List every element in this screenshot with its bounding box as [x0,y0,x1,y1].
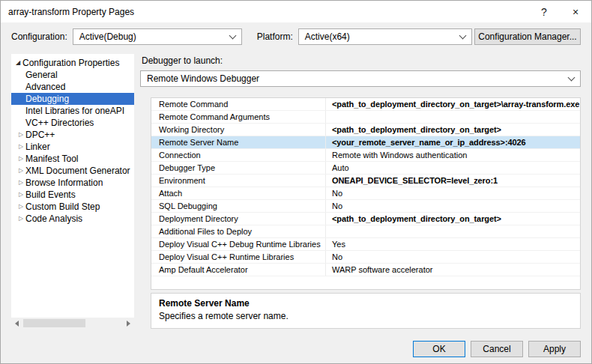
property-value [325,225,580,237]
property-name: Attach [151,187,325,199]
help-button[interactable]: ? [528,1,560,22]
property-value: Auto [325,162,580,174]
platform-label: Platform: [257,31,293,42]
property-row[interactable]: Attach No [151,187,580,200]
property-value: No [325,251,580,263]
tree-item-debugging[interactable]: Debugging [11,93,134,105]
cancel-button[interactable]: Cancel [471,341,523,357]
property-row[interactable]: Debugger Type Auto [151,162,580,175]
scrollbar-thumb[interactable] [23,319,85,327]
description-panel: Remote Server Name Specifies a remote se… [151,293,581,329]
tree-item-general[interactable]: General [11,69,134,81]
property-value: <your_remote_server_name_or_ip_address>:… [325,136,580,148]
expanded-arrow-icon: ◢ [13,57,22,69]
dialog-footer: OK Cancel Apply [1,335,591,363]
property-name: Working Directory [151,124,325,136]
property-row[interactable]: Deployment Directory <path_to_deployment… [151,213,580,225]
tree-item-label: Manifest Tool [25,154,78,164]
property-value: No [325,200,580,212]
description-text: Specifies a remote server name. [159,311,573,321]
tree-item-code-analysis[interactable]: ▷ Code Analysis [11,213,134,225]
tree-item-label: Advanced [25,82,65,92]
property-row[interactable]: Connection Remote with Windows authentic… [151,149,580,162]
tree-item-build-events[interactable]: ▷ Build Events [11,189,134,201]
debugger-select[interactable]: Remote Windows Debugger [140,70,581,87]
tree-item-label: Browse Information [25,178,103,188]
title-bar: array-transform Property Pages ? × [1,1,591,22]
tree-item-browse-information[interactable]: ▷ Browse Information [11,177,134,189]
chevron-down-icon [229,31,236,39]
property-row[interactable]: Amp Default Accelerator WARP software ac… [151,264,580,276]
tree-item-manifest-tool[interactable]: ▷ Manifest Tool [11,153,134,165]
property-pages-dialog: array-transform Property Pages ? × Confi… [0,0,592,364]
tree-item-label: Linker [25,142,50,152]
property-row[interactable]: Remote Command <path_to_deployment_direc… [151,98,580,111]
collapsed-arrow-icon: ▷ [16,165,25,177]
tree-item-label: Configuration Properties [22,58,119,68]
configuration-select[interactable]: Active(Debug) [73,28,242,45]
property-name: Deploy Visual C++ Debug Runtime Librarie… [151,238,325,250]
close-button[interactable]: × [560,1,591,22]
property-value: WARP software accelerator [325,264,580,276]
description-title: Remote Server Name [159,298,573,309]
tree-item-xml-document-generator[interactable]: ▷ XML Document Generator [11,165,134,177]
configuration-label: Configuration: [11,31,67,42]
help-icon: ? [541,6,547,18]
apply-button[interactable]: Apply [528,341,581,357]
tree-horizontal-scrollbar[interactable] [11,318,134,329]
debugger-to-launch-label: Debugger to launch: [142,55,581,66]
platform-select[interactable]: Active(x64) [298,28,472,45]
property-grid: Remote Command <path_to_deployment_direc… [151,97,581,290]
property-row[interactable]: Deploy Visual C++ Debug Runtime Librarie… [151,238,580,251]
property-name: Environment [151,175,325,186]
property-name: Remote Command [151,98,325,110]
tree-item-label: Debugging [25,94,69,104]
property-name: Connection [151,149,325,161]
property-value: No [325,187,580,199]
titlebar-controls: ? × [528,1,591,22]
tree-item-advanced[interactable]: Advanced [11,81,134,93]
ok-button[interactable]: OK [413,341,465,357]
chevron-down-icon [568,73,576,81]
property-row[interactable]: Environment ONEAPI_DEVICE_SELECTOR=level… [151,175,580,187]
window-title: array-transform Property Pages [8,7,134,17]
triangle-left-icon [15,321,19,327]
tree-item-intel-libraries-for-oneapi[interactable]: Intel Libraries for oneAPI [11,105,134,117]
property-row[interactable]: SQL Debugging No [151,200,580,213]
tree-item-label: Code Analysis [25,213,82,224]
configuration-manager-button[interactable]: Configuration Manager... [474,28,581,45]
property-name: Remote Server Name [151,136,325,148]
scroll-right-arrow[interactable] [123,318,134,329]
property-row-selected[interactable]: Remote Server Name <your_remote_server_n… [151,136,580,149]
tree-item-label: Build Events [25,189,76,200]
property-row[interactable]: Working Directory <path_to_deployment_di… [151,124,580,136]
tree-item-label: DPC++ [25,130,55,140]
collapsed-arrow-icon: ▷ [16,153,25,165]
configuration-tree: ◢ Configuration Properties General Advan… [11,54,134,318]
tree-item-label: Intel Libraries for oneAPI [25,106,124,116]
tree-item-linker[interactable]: ▷ Linker [11,141,134,153]
tree-item-custom-build-step[interactable]: ▷ Custom Build Step [11,201,134,213]
tree-item-vcpp-directories[interactable]: VC++ Directories [11,117,134,129]
property-row[interactable]: Deploy Visual C++ Runtime Libraries No [151,251,580,264]
tree-item-configuration-properties[interactable]: ◢ Configuration Properties [11,57,134,69]
tree-item-dpcpp[interactable]: ▷ DPC++ [11,129,134,141]
scrollbar-track[interactable] [22,318,123,329]
platform-value: Active(x64) [305,31,350,42]
property-row[interactable]: Additional Files to Deploy [151,225,580,238]
property-value: <path_to_deployment_directory_on_target> [325,213,580,225]
dialog-body: ◢ Configuration Properties General Advan… [1,51,591,335]
collapsed-arrow-icon: ▷ [16,201,25,213]
main-panel: Debugger to launch: Remote Windows Debug… [140,54,581,329]
tree-item-label: Custom Build Step [25,201,100,212]
property-name: Remote Command Arguments [151,111,325,123]
tree-item-label: General [25,70,58,80]
collapsed-arrow-icon: ▷ [16,213,25,225]
triangle-right-icon [127,321,130,327]
tree-item-label: XML Document Generator [25,166,130,176]
scroll-left-arrow[interactable] [11,318,22,329]
tree-panel: ◢ Configuration Properties General Advan… [11,54,134,329]
property-value: <path_to_deployment_directory_on_target> [325,124,580,136]
property-row[interactable]: Remote Command Arguments [151,111,580,124]
close-icon: × [573,6,579,18]
